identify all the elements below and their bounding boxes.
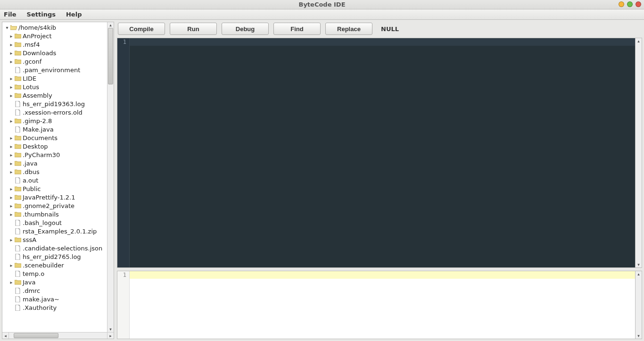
tree-file-item[interactable]: ▸.candidate-selections.json [2,244,107,252]
scroll-down-icon[interactable]: ▾ [107,326,114,332]
file-tree[interactable]: ▾/home/s4kib▸AnProject▸.msf4▸Downloads▸.… [2,22,107,332]
tree-folder-item[interactable]: ▾/home/s4kib [2,23,107,32]
scroll-up-icon[interactable]: ▴ [636,271,642,277]
tree-file-item[interactable]: ▸temp.o [2,269,107,278]
maximize-icon[interactable] [627,1,633,7]
tree-folder-item[interactable]: ▸Java [2,278,107,286]
expand-toggle-icon[interactable]: ▸ [8,33,14,39]
tree-item-label: .candidate-selections.json [23,245,102,252]
tree-file-item[interactable]: ▸.Xauthority [2,303,107,312]
tree-file-item[interactable]: ▸make.java~ [2,295,107,303]
tree-folder-item[interactable]: ▸sssA [2,235,107,244]
tree-folder-item[interactable]: ▸.gimp-2.8 [2,116,107,125]
expand-toggle-icon[interactable]: ▸ [8,203,14,208]
editor-body[interactable] [130,38,635,267]
debug-button[interactable]: Debug [222,23,269,35]
hscrollbar-thumb[interactable] [14,333,58,338]
expand-toggle-icon[interactable]: ▸ [8,76,14,81]
folder-icon [14,262,21,268]
editor-current-line [130,38,635,46]
tree-folder-item[interactable]: ▸Documents [2,133,107,142]
tree-folder-item[interactable]: ▸.gconf [2,57,107,66]
expand-toggle-icon[interactable]: ▸ [8,186,14,191]
scroll-down-icon[interactable]: ▾ [636,333,642,339]
code-editor[interactable]: 1 ▴ ▾ [117,38,642,268]
tree-folder-item[interactable]: ▸Downloads [2,49,107,57]
find-button[interactable]: Find [273,23,321,35]
close-icon[interactable] [636,1,641,7]
tree-folder-item[interactable]: ▸.gnome2_private [2,201,107,210]
expand-toggle-icon[interactable]: ▸ [8,93,14,98]
expand-toggle-icon[interactable]: ▸ [8,42,14,47]
tree-folder-item[interactable]: ▸JavaPrettify-1.2.1 [2,193,107,201]
tree-folder-item[interactable]: ▸Desktop [2,142,107,150]
tree-folder-item[interactable]: ▸.thumbnails [2,210,107,218]
tree-file-item[interactable]: ▸rsta_Examples_2.0.1.zip [2,227,107,235]
expand-toggle-icon[interactable]: ▸ [8,169,14,175]
tree-folder-item[interactable]: ▸AnProject [2,32,107,40]
expand-toggle-icon[interactable]: ▸ [8,237,14,242]
tree-file-item[interactable]: ▸hs_err_pid19363.log [2,100,107,108]
editor-vertical-scrollbar[interactable]: ▴ ▾ [635,38,642,267]
tree-file-item[interactable]: ▸hs_err_pid2765.log [2,252,107,261]
expand-toggle-icon[interactable]: ▸ [8,144,14,149]
tree-file-item[interactable]: ▸Make.java [2,125,107,133]
scroll-up-icon[interactable]: ▴ [636,38,642,44]
file-icon [14,126,21,133]
tree-folder-item[interactable]: ▸Lotus [2,83,107,91]
menu-help[interactable]: Help [64,10,83,19]
tree-item-label: Lotus [23,83,39,91]
tree-folder-item[interactable]: ▸.msf4 [2,40,107,49]
tree-folder-item[interactable]: ▸Public [2,184,107,193]
tree-folder-item[interactable]: ▸Assembly [2,91,107,100]
tree-file-item[interactable]: ▸.dmrc [2,286,107,295]
scroll-right-icon[interactable]: ▸ [107,333,114,339]
minimize-icon[interactable] [619,1,624,7]
output-vertical-scrollbar[interactable]: ▴ ▾ [635,271,642,339]
expand-toggle-icon[interactable]: ▸ [8,152,14,158]
folder-icon [14,118,21,124]
scrollbar-thumb[interactable] [108,28,113,84]
tree-item-label: .gconf [23,58,41,65]
tree-horizontal-scrollbar[interactable]: ◂ ▸ [2,332,114,339]
tree-folder-item[interactable]: ▸.PyCharm30 [2,150,107,159]
expand-toggle-icon[interactable]: ▸ [8,280,14,285]
expand-toggle-icon[interactable]: ▸ [8,195,14,200]
tree-folder-item[interactable]: ▸.scenebuilder [2,261,107,269]
tree-item-label: a.out [23,177,38,184]
expand-toggle-icon[interactable]: ▸ [8,212,14,217]
tree-file-item[interactable]: ▸.pam_environment [2,66,107,74]
compile-button[interactable]: Compile [118,23,165,35]
tree-folder-item[interactable]: ▸.java [2,159,107,167]
folder-icon [14,169,21,175]
scroll-left-icon[interactable]: ◂ [2,333,9,339]
expand-toggle-icon[interactable]: ▸ [8,161,14,166]
replace-button[interactable]: Replace [325,23,372,35]
expand-toggle-icon[interactable]: ▸ [8,59,14,64]
scroll-down-icon[interactable]: ▾ [636,262,642,267]
tree-item-label: .msf4 [23,41,40,48]
menu-settings[interactable]: Settings [25,10,58,19]
tree-file-item[interactable]: ▸a.out [2,176,107,184]
tree-item-label: Make.java [23,126,54,133]
tree-vertical-scrollbar[interactable]: ▴ ▾ [107,22,114,332]
collapse-toggle-icon[interactable]: ▾ [4,25,10,30]
expand-toggle-icon[interactable]: ▸ [8,263,14,268]
tree-file-item[interactable]: ▸.bash_logout [2,218,107,227]
tree-folder-item[interactable]: ▸LIDE [2,74,107,83]
file-icon [14,67,21,73]
scroll-up-icon[interactable]: ▴ [107,22,114,28]
tree-file-item[interactable]: ▸.xsession-errors.old [2,108,107,116]
expand-toggle-icon[interactable]: ▸ [8,84,14,90]
folder-icon [14,135,21,141]
tree-folder-item[interactable]: ▸.dbus [2,167,107,176]
expand-toggle-icon[interactable]: ▸ [8,50,14,56]
output-body[interactable] [130,271,635,339]
expand-toggle-icon[interactable]: ▸ [8,135,14,141]
folder-icon [14,194,21,200]
folder-icon [14,58,21,65]
menu-file[interactable]: File [2,10,18,19]
expand-toggle-icon[interactable]: ▸ [8,118,14,124]
run-button[interactable]: Run [170,23,217,35]
output-panel[interactable]: 1 ▴ ▾ [117,271,642,339]
